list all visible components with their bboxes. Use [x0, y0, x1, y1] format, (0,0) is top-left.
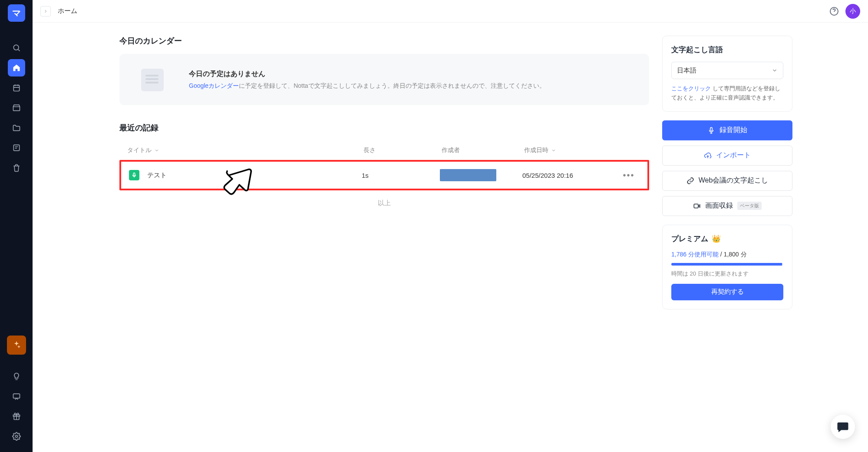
- usage-text: 1,786 分使用可能 / 1,800 分: [671, 251, 783, 259]
- svg-rect-1: [13, 85, 19, 91]
- calendar-empty-title: 今日の予定はありません: [189, 70, 545, 79]
- help-icon[interactable]: [829, 6, 839, 17]
- records-section-title: 最近の記録: [119, 123, 649, 133]
- col-title-header[interactable]: タイトル: [127, 146, 363, 154]
- chat-widget-button[interactable]: [831, 415, 855, 439]
- crown-icon: 👑: [712, 234, 721, 243]
- list-end-marker: 以上: [119, 199, 649, 207]
- nav-calendar[interactable]: [8, 79, 25, 96]
- record-length: 1s: [362, 172, 440, 179]
- record-button[interactable]: 録音開始: [662, 120, 792, 140]
- sidebar: マ: [0, 0, 33, 452]
- nav-gift[interactable]: [8, 408, 25, 425]
- chevron-down-icon: [772, 67, 778, 73]
- web-meeting-button[interactable]: Web会議の文字起こし: [662, 171, 792, 191]
- video-icon: [693, 202, 701, 210]
- calendar-empty-card: 今日の予定はありません Googleカレンダーに予定を登録して、Nottaで文字…: [119, 54, 649, 105]
- nav-words[interactable]: [8, 139, 25, 156]
- record-type-icon: [129, 170, 139, 180]
- breadcrumb: ホーム: [58, 7, 77, 15]
- nav-search[interactable]: [8, 39, 25, 56]
- table-row[interactable]: テスト 1s 05/25/2023 20:16 •••: [119, 160, 649, 190]
- renew-button[interactable]: 再契約する: [671, 284, 783, 300]
- col-author-header: 作成者: [442, 146, 524, 154]
- link-icon: [686, 177, 694, 185]
- logo[interactable]: マ: [8, 4, 25, 22]
- more-actions-icon[interactable]: •••: [623, 170, 634, 180]
- premium-panel: プレミアム 👑 1,786 分使用可能 / 1,800 分 時間は 20 日後に…: [662, 225, 792, 309]
- record-date: 05/25/2023 20:16: [522, 172, 618, 179]
- screen-record-button[interactable]: 画面収録 ベータ版: [662, 196, 792, 216]
- svg-point-5: [15, 435, 17, 438]
- nav-home[interactable]: [8, 59, 25, 76]
- cloud-upload-icon: [704, 152, 712, 160]
- nav-box[interactable]: [8, 99, 25, 116]
- chevron-down-icon: [551, 148, 556, 153]
- record-author-redacted: [440, 169, 496, 181]
- nav-bulb[interactable]: [8, 368, 25, 385]
- svg-rect-8: [710, 127, 713, 131]
- beta-badge: ベータ版: [737, 202, 762, 210]
- usage-progress: [671, 263, 783, 266]
- import-button[interactable]: インポート: [662, 146, 792, 166]
- calendar-section-title: 今日のカレンダー: [119, 36, 649, 46]
- calendar-illustration: [132, 64, 172, 95]
- language-panel: 文字起こし言語 日本語 ここをクリック して専門用語などを登録しておくと、より正…: [662, 36, 792, 112]
- language-panel-title: 文字起こし言語: [671, 45, 783, 55]
- nav-settings[interactable]: [8, 428, 25, 445]
- register-terms-link[interactable]: ここをクリック: [671, 85, 711, 92]
- nav-folder[interactable]: [8, 119, 25, 136]
- nav-chat[interactable]: [8, 388, 25, 405]
- col-length-header: 長さ: [363, 146, 442, 154]
- avatar[interactable]: 小: [845, 4, 860, 19]
- nav-trash[interactable]: [8, 159, 25, 176]
- ai-button[interactable]: [7, 336, 26, 355]
- premium-title: プレミアム 👑: [671, 234, 783, 244]
- google-calendar-link[interactable]: Googleカレンダー: [189, 82, 239, 89]
- calendar-empty-body: Googleカレンダーに予定を登録して、Nottaで文字起こししてみましょう。終…: [189, 82, 545, 90]
- chevron-down-icon: [154, 148, 159, 153]
- svg-point-0: [13, 45, 19, 50]
- mic-icon: [707, 126, 715, 134]
- renew-text: 時間は 20 日後に更新されます: [671, 270, 783, 278]
- header: ホーム 小: [33, 0, 868, 23]
- language-select[interactable]: 日本語: [671, 62, 783, 79]
- svg-rect-9: [694, 204, 698, 208]
- language-hint: ここをクリック して専門用語などを登録しておくと、より正確に音声認識できます。: [671, 84, 783, 103]
- record-title: テスト: [147, 171, 167, 179]
- svg-rect-3: [13, 394, 20, 398]
- table-header: タイトル 長さ 作成者 作成日時: [119, 141, 649, 160]
- collapse-button[interactable]: [40, 6, 51, 17]
- svg-rect-7: [133, 173, 135, 176]
- col-date-header[interactable]: 作成日時: [524, 146, 620, 154]
